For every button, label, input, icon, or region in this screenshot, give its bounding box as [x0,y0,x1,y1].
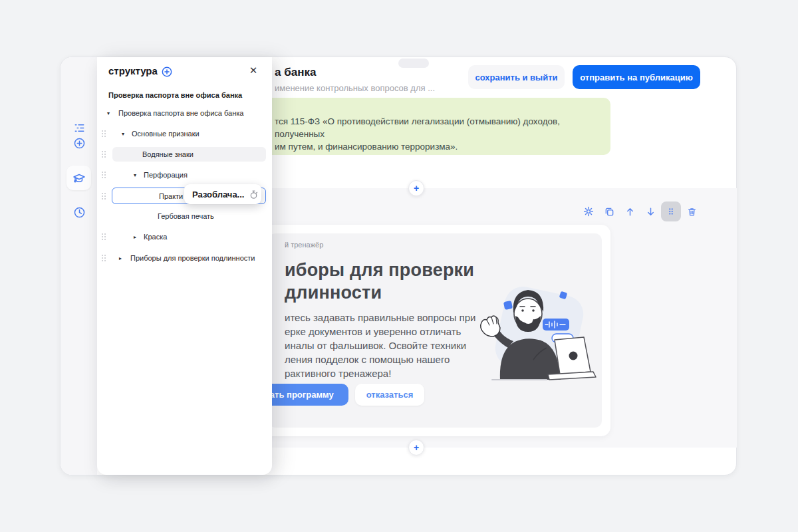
tree-item-label: Проверка паспорта вне офиса банка [118,109,243,117]
block-duplicate-icon[interactable] [604,206,614,217]
caret-right-icon[interactable]: ▸ [134,234,136,240]
block-move-up-icon[interactable] [624,206,635,217]
trainer-block-card[interactable]: й тренажёр иборы для проверки длинности … [260,225,610,436]
add-structure-item-icon[interactable] [161,66,173,78]
block-drag-handle[interactable] [661,201,681,221]
editor-window: а банка именение контрольных вопросов дл… [60,57,737,475]
block-delete-icon[interactable] [686,206,697,217]
tree-item-label: Гербовая печать [158,212,214,220]
structure-nav-icon[interactable] [72,121,86,134]
drag-dots-icon[interactable] [101,150,106,158]
send-to-publication-button[interactable]: отправить на публикацию [573,65,700,89]
tree-item-label: Основные признаки [132,130,200,138]
drag-dots-icon[interactable] [101,254,106,262]
structure-panel: структура ✕ Проверка паспорта вне офиса … [97,57,272,475]
tree-item-seal[interactable]: Гербовая печать [97,208,272,224]
add-nav-icon[interactable] [72,136,86,150]
history-nav-icon[interactable] [72,205,86,219]
left-rail [61,57,97,475]
trainer-tag: й тренажёр [285,241,323,249]
drag-dots-icon[interactable] [101,171,106,179]
drag-ghost-tooltip: Разоблача... [184,184,261,204]
course-root-label: Проверка паспорта вне офиса банка [108,91,265,99]
trainer-cover: й тренажёр иборы для проверки длинности … [269,233,602,428]
drag-dots-icon[interactable] [101,233,106,241]
course-title: а банка [275,66,316,79]
trainer-illustration [469,281,597,381]
course-nav-icon-active[interactable] [66,166,91,190]
notice-text: тся 115-ФЗ «О противодействии легализаци… [275,115,607,153]
collapsed-block-peek [398,59,429,68]
drag-ghost-icon [249,190,259,200]
add-block-button-bottom[interactable]: + [408,440,424,456]
caret-down-icon[interactable]: ▾ [107,110,110,116]
block-move-down-icon[interactable] [645,206,656,217]
tree-item-label: Краска [144,233,167,241]
tree-item-root[interactable]: ▾ Проверка паспорта вне офиса банка [97,105,272,121]
tree-item-perforation[interactable]: ▾ Перфорация [97,167,272,183]
tree-item-devices[interactable]: ▸ Приборы для проверки подлинности [97,250,272,266]
trainer-heading: иборы для проверки длинности [285,259,474,304]
notice-block[interactable]: тся 115-ФЗ «О противодействии легализаци… [260,98,610,155]
tree-item-main-features[interactable]: ▾ Основные признаки [97,126,272,142]
drag-dots-icon[interactable] [101,192,106,200]
add-block-button-top[interactable]: + [408,180,424,196]
start-program-button[interactable]: чать программу [269,384,348,406]
tree-item-label: Приборы для проверки подлинности [130,254,255,262]
caret-down-icon[interactable]: ▾ [122,131,124,137]
save-and-exit-button[interactable]: сохранить и выйти [468,65,565,89]
tree-item-watermarks[interactable]: Водяные знаки [97,146,272,162]
block-settings-icon[interactable] [583,206,594,217]
close-panel-icon[interactable]: ✕ [247,64,260,77]
caret-right-icon[interactable]: ▸ [119,255,122,261]
tree-item-label: Перфорация [144,171,188,179]
tree-item-label: Водяные знаки [142,150,194,158]
drag-dots-icon[interactable] [101,130,106,138]
caret-down-icon[interactable]: ▾ [134,172,136,178]
course-subtitle: именение контрольных вопросов для ... [275,83,435,93]
tree-item-paint[interactable]: ▸ Краска [97,229,272,245]
trainer-description: итесь задавать правильные вопросы при ер… [285,311,497,380]
tree-item-label: Практи [159,192,183,200]
drag-ghost-label: Разоблача... [192,190,244,200]
decline-button[interactable]: отказаться [355,384,424,406]
structure-panel-title: структура [108,65,158,76]
